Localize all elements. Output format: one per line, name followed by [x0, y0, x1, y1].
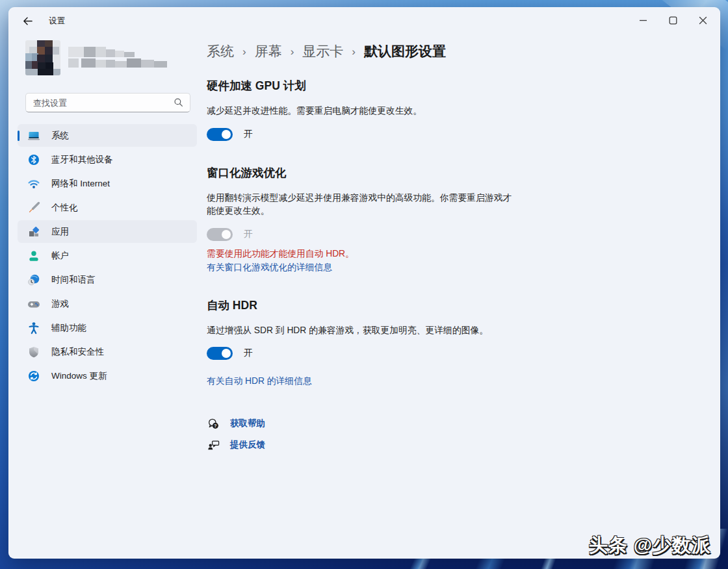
account-icon — [27, 249, 40, 262]
sidebar-item-bluetooth-devices[interactable]: 蓝牙和其他设备 — [18, 148, 197, 171]
breadcrumb: 系统 › 屏幕 › 显示卡 › 默认图形设置 — [207, 42, 571, 60]
maximize-icon — [669, 16, 677, 25]
section-description: 减少延迟并改进性能。需要重启电脑才能使更改生效。 — [207, 105, 517, 118]
back-button[interactable] — [18, 12, 37, 29]
get-help-icon: ? — [207, 417, 220, 430]
auto-hdr-toggle-row: 开 — [207, 347, 571, 360]
get-help-link[interactable]: 获取帮助 — [230, 418, 265, 429]
auto-hdr-toggle[interactable] — [207, 347, 233, 360]
gpu-scheduling-toggle[interactable] — [207, 128, 233, 141]
sidebar-item-gaming[interactable]: 游戏 — [18, 292, 197, 315]
sidebar-item-label: 时间和语言 — [51, 274, 96, 286]
give-feedback-link[interactable]: 提供反馈 — [230, 439, 265, 451]
sidebar-item-windows-update[interactable]: Windows 更新 — [18, 364, 197, 387]
sidebar-item-label: 蓝牙和其他设备 — [51, 154, 113, 166]
get-help-row[interactable]: ? 获取帮助 — [207, 416, 571, 431]
section-description: 通过增强从 SDR 到 HDR 的兼容游戏，获取更加明亮、更详细的图像。 — [207, 324, 517, 338]
minimize-icon — [639, 16, 647, 25]
system-icon — [27, 129, 40, 142]
give-feedback-icon — [207, 438, 220, 451]
gpu-scheduling-toggle-row: 开 — [207, 128, 571, 141]
sidebar-item-label: 辅助功能 — [51, 322, 86, 334]
sidebar-item-accounts[interactable]: 帐户 — [18, 244, 197, 267]
help-footer: ? 获取帮助 提供反馈 — [207, 416, 571, 453]
sidebar-item-personalization[interactable]: 个性化 — [18, 196, 197, 219]
bluetooth-icon — [27, 153, 40, 166]
section-title-windowed-games: 窗口化游戏优化 — [207, 165, 571, 181]
sidebar-nav: 系统 蓝牙和其他设备 — [18, 124, 197, 387]
time-language-icon — [27, 273, 40, 286]
breadcrumb-graphics[interactable]: 显示卡 — [302, 42, 343, 60]
sidebar-item-label: Windows 更新 — [51, 370, 107, 382]
sidebar-item-label: 网络和 Internet — [51, 178, 110, 190]
minimize-button[interactable] — [628, 7, 658, 33]
section-description: 使用翻转演示模型减少延迟并使用兼容游戏中的高级功能。你需要重启游戏才能使更改生效… — [207, 192, 517, 218]
sidebar-item-accessibility[interactable]: 辅助功能 — [18, 316, 197, 339]
watermark: 头条 @少数派 — [589, 533, 711, 559]
windowed-games-toggle — [207, 228, 233, 241]
brush-icon — [27, 201, 40, 214]
sidebar-item-apps[interactable]: 应用 — [18, 220, 197, 243]
toggle-state-label: 开 — [244, 348, 253, 359]
sidebar-item-label: 隐私和安全性 — [51, 346, 104, 358]
section-title-gpu-scheduling: 硬件加速 GPU 计划 — [207, 78, 571, 94]
user-name-redacted — [68, 45, 172, 73]
toggle-knob — [222, 230, 231, 239]
sidebar-item-time-language[interactable]: 时间和语言 — [18, 268, 197, 291]
breadcrumb-separator: › — [242, 44, 246, 58]
toggle-knob — [222, 349, 231, 358]
avatar — [25, 40, 60, 75]
apps-icon — [27, 225, 40, 238]
section-title-auto-hdr: 自动 HDR — [207, 297, 571, 313]
sidebar-item-system[interactable]: 系统 — [18, 124, 197, 147]
breadcrumb-display[interactable]: 屏幕 — [255, 42, 282, 60]
close-button[interactable] — [688, 7, 718, 33]
sidebar-item-label: 帐户 — [51, 250, 69, 262]
window-controls — [628, 7, 718, 33]
toggle-state-label: 开 — [244, 129, 253, 140]
titlebar: 设置 — [8, 7, 720, 34]
svg-text:?: ? — [214, 423, 216, 427]
page-title: 默认图形设置 — [364, 42, 446, 60]
windows-update-icon — [27, 370, 40, 383]
window-title: 设置 — [49, 16, 65, 27]
breadcrumb-system[interactable]: 系统 — [207, 42, 234, 60]
toggle-state-label: 开 — [244, 229, 253, 240]
gamepad-icon — [27, 297, 40, 310]
sidebar-item-label: 系统 — [51, 130, 69, 142]
search-box — [25, 93, 189, 112]
shield-icon — [27, 346, 40, 359]
toggle-knob — [222, 130, 231, 139]
auto-hdr-info-link[interactable]: 有关自动 HDR 的详细信息 — [207, 375, 571, 387]
settings-window: 设置 — [8, 7, 720, 559]
breadcrumb-separator: › — [291, 44, 294, 58]
sidebar-item-label: 个性化 — [51, 202, 78, 214]
sidebar: 系统 蓝牙和其他设备 — [18, 38, 197, 387]
close-icon — [699, 16, 707, 25]
sidebar-item-label: 应用 — [51, 226, 69, 238]
give-feedback-row[interactable]: 提供反馈 — [207, 437, 571, 453]
search-icon — [174, 97, 183, 107]
user-profile[interactable] — [25, 38, 197, 77]
sidebar-item-label: 游戏 — [51, 298, 69, 310]
accessibility-icon — [27, 322, 40, 335]
windowed-games-info-link[interactable]: 有关窗口化游戏优化的详细信息 — [207, 262, 332, 273]
maximize-button[interactable] — [658, 7, 688, 33]
sidebar-item-network-internet[interactable]: 网络和 Internet — [18, 172, 197, 195]
sidebar-item-privacy-security[interactable]: 隐私和安全性 — [18, 340, 197, 363]
windowed-games-toggle-row: 开 — [207, 228, 571, 241]
wifi-icon — [27, 177, 40, 190]
search-input[interactable] — [25, 93, 190, 112]
breadcrumb-separator: › — [352, 44, 356, 58]
auto-hdr-requirement-warning: 需要使用此功能才能使用自动 HDR。 — [207, 248, 571, 260]
main-content: 系统 › 屏幕 › 显示卡 › 默认图形设置 硬件加速 GPU 计划 减少延迟并… — [207, 42, 571, 453]
back-arrow-icon — [22, 16, 33, 27]
